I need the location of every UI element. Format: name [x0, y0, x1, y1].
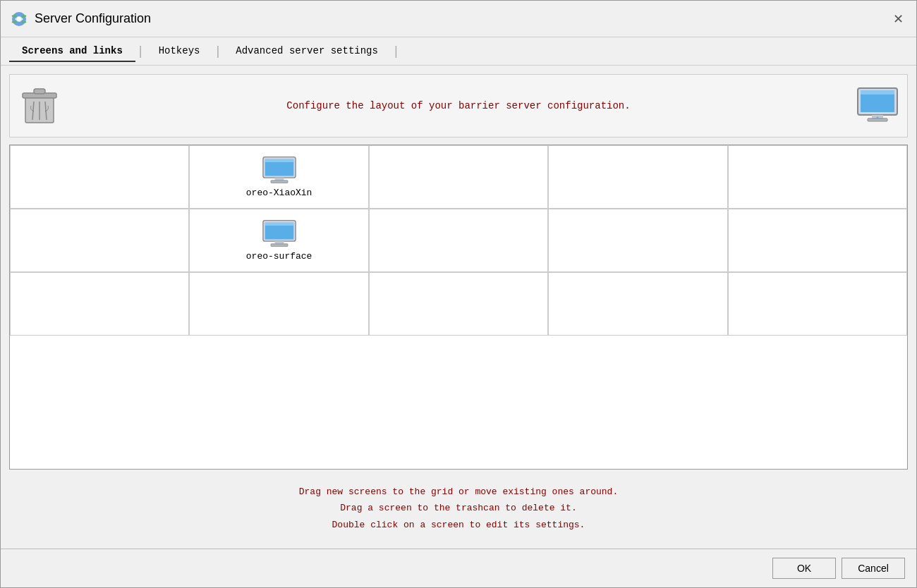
svg-rect-21	[265, 222, 293, 226]
cell-monitor-icon	[262, 220, 296, 248]
screen-grid: oreo-XiaoXin oreo-surface	[10, 145, 907, 469]
window-title: Server Configuration	[35, 11, 151, 26]
tab-sep-2: |	[212, 44, 223, 59]
svg-rect-16	[265, 159, 293, 162]
grid-cell-2-1[interactable]	[189, 272, 368, 336]
tab-hotkeys[interactable]: Hotkeys	[146, 41, 213, 62]
grid-cell-0-1[interactable]: oreo-XiaoXin	[189, 145, 368, 209]
grid-cell-2-0[interactable]	[10, 272, 189, 336]
svg-rect-17	[274, 178, 284, 180]
ok-button[interactable]: OK	[772, 558, 836, 579]
svg-rect-4	[34, 89, 45, 94]
instruction-line1: Drag new screens to the grid or move exi…	[9, 484, 908, 500]
content-area: Configure the layout of your barrier ser…	[1, 66, 916, 549]
close-button[interactable]: ✕	[888, 9, 908, 29]
grid-container: oreo-XiaoXin oreo-surface	[9, 145, 908, 470]
instructions: Drag new screens to the grid or move exi…	[9, 477, 908, 540]
grid-cell-0-4[interactable]	[728, 145, 907, 209]
footer: OK Cancel	[1, 549, 916, 587]
instruction-line3: Double click on a screen to edit its set…	[9, 517, 908, 533]
title-bar-left: Server Configuration	[9, 9, 151, 29]
instruction-line2: Drag a screen to the trashcan to delete …	[9, 500, 908, 516]
grid-cell-2-4[interactable]	[728, 272, 907, 336]
cell-screen-name: oreo-surface	[246, 251, 312, 262]
grid-cell-1-3[interactable]	[548, 209, 727, 272]
grid-cell-1-1[interactable]: oreo-surface	[189, 209, 368, 272]
app-icon	[9, 9, 29, 29]
tab-sep-3: |	[391, 44, 401, 59]
cell-screen-name: oreo-XiaoXin	[246, 188, 312, 198]
grid-cell-0-0[interactable]	[10, 145, 189, 209]
trash-icon	[16, 82, 63, 130]
svg-rect-10	[861, 90, 894, 94]
tab-bar: Screens and links | Hotkeys | Advanced s…	[1, 37, 916, 66]
tab-sep-1: |	[135, 44, 146, 59]
svg-point-13	[877, 117, 879, 119]
svg-rect-22	[274, 241, 284, 244]
cancel-button[interactable]: Cancel	[842, 558, 905, 579]
grid-cell-2-3[interactable]	[548, 272, 727, 336]
svg-rect-18	[271, 180, 288, 183]
grid-cell-2-2[interactable]	[369, 272, 548, 336]
svg-rect-12	[868, 118, 887, 121]
tab-screens-links[interactable]: Screens and links	[9, 41, 135, 62]
top-monitor-icon	[854, 82, 901, 130]
svg-point-1	[17, 17, 21, 21]
main-window: Server Configuration ✕ Screens and links…	[0, 0, 917, 588]
grid-cell-1-4[interactable]	[728, 209, 907, 272]
tab-advanced[interactable]: Advanced server settings	[223, 41, 391, 62]
title-bar: Server Configuration ✕	[1, 1, 916, 37]
grid-cell-0-2[interactable]	[369, 145, 548, 209]
description-text: Configure the layout of your barrier ser…	[75, 100, 842, 111]
grid-cell-1-2[interactable]	[369, 209, 548, 272]
grid-cell-1-0[interactable]	[10, 209, 189, 272]
top-panel: Configure the layout of your barrier ser…	[9, 74, 908, 137]
grid-cell-0-3[interactable]	[548, 145, 727, 209]
svg-rect-23	[271, 243, 288, 246]
cell-monitor-icon	[262, 157, 296, 185]
